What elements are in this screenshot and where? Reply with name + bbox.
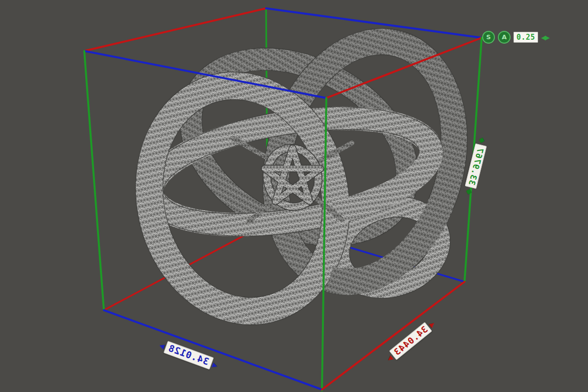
blue-dimension-right-arrow-icon[interactable]: ▶ [212,361,219,369]
app-background: { "app": {"name": "3D mesh viewport"}, "… [0,0,588,392]
s-badge-icon[interactable]: S [482,31,495,44]
box-edge-left-vertical-green [84,51,104,310]
box-edge-bottom-front-right-red [322,282,465,390]
scene-canvas [0,0,588,392]
box-edge-top-back-left-red [84,8,266,51]
units-value-field[interactable]: 0.25 [514,32,538,43]
mesh-object [111,4,497,346]
viewport-3d[interactable]: ◀ 34.0128 ▶ ◀ 34.0443 ▶ ◆ 33.9767 ◆ S A … [0,0,588,392]
green-dimension-bottom-diamond-icon[interactable]: ◆ [478,137,486,144]
green-dimension-top-diamond-icon[interactable]: ◆ [465,188,473,196]
box-edge-bottom-front-left-blue [104,310,322,390]
a-badge-icon[interactable]: A [498,31,511,44]
blue-dimension-left-arrow-icon[interactable]: ◀ [159,342,166,349]
units-stepper-arrows-icon[interactable]: ◀▶ [541,34,549,41]
units-widget[interactable]: S A 0.25 ◀▶ [482,30,549,44]
